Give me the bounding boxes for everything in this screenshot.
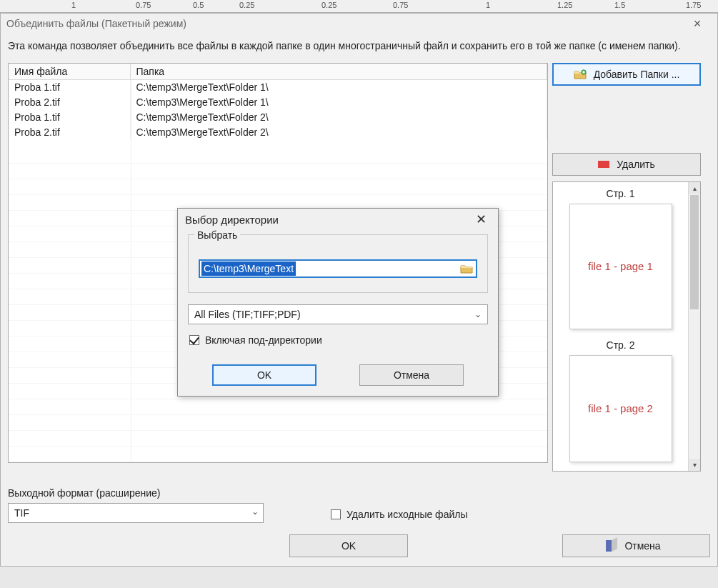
- scroll-down-icon[interactable]: ▾: [689, 459, 700, 471]
- select-fieldset: Выбрать C:\temp3\MergeText: [188, 234, 488, 293]
- main-window: Объединить файлы (Пакетный режим) × Эта …: [0, 13, 718, 567]
- chevron-down-icon: ⌄: [251, 507, 259, 517]
- window-title: Объединить файлы (Пакетный режим): [6, 18, 683, 29]
- titlebar: Объединить файлы (Пакетный режим) ×: [1, 14, 717, 34]
- dialog-title: Выбор директории: [185, 214, 471, 226]
- include-subdirs-checkbox[interactable]: [189, 335, 199, 345]
- column-header-name[interactable]: Имя файла: [9, 64, 130, 80]
- preview-scrollbar[interactable]: ▴ ▾: [688, 182, 700, 471]
- ruler: 1 0.75 0.5 0.25 0.25 0.75 1 1.25 1.5 1.7…: [0, 0, 718, 13]
- delete-source-label: Удалить исходные файлы: [346, 509, 467, 520]
- table-row[interactable]: Proba 2.tif C:\temp3\MergeText\Folder 1\: [9, 94, 547, 109]
- dialog-ok-button[interactable]: OK: [212, 364, 316, 386]
- add-folders-button[interactable]: Добавить Папки ...: [552, 63, 701, 86]
- table-row[interactable]: Proba 2.tif C:\temp3\MergeText\Folder 2\: [9, 124, 547, 139]
- table-row[interactable]: Proba 1.tif C:\temp3\MergeText\Folder 2\: [9, 109, 547, 124]
- include-subdirs-label: Включая под-директории: [205, 334, 322, 346]
- preview-panel: Стр. 1 file 1 - page 1 Стр. 2 file 1 - p…: [552, 181, 701, 472]
- cancel-button[interactable]: Отмена: [562, 534, 710, 557]
- folder-plus-icon: [574, 69, 587, 80]
- ok-button[interactable]: OK: [289, 534, 408, 557]
- directory-path-input[interactable]: C:\temp3\MergeText: [199, 259, 477, 278]
- page-thumbnail[interactable]: file 1 - page 2: [569, 355, 672, 462]
- delete-icon: [598, 161, 609, 168]
- browse-folder-icon[interactable]: [460, 263, 473, 274]
- scroll-up-icon[interactable]: ▴: [689, 182, 700, 194]
- delete-label: Удалить: [617, 159, 654, 170]
- delete-source-checkbox[interactable]: [331, 509, 341, 519]
- fieldset-legend: Выбрать: [194, 229, 240, 241]
- path-value: C:\temp3\MergeText: [201, 261, 296, 276]
- column-header-folder[interactable]: Папка: [130, 64, 547, 80]
- description-text: Эта команда позволяет объединить все фай…: [8, 39, 710, 53]
- scroll-thumb[interactable]: [690, 195, 699, 309]
- file-filter-select[interactable]: All Files (TIF;TIFF;PDF) ⌄: [188, 304, 488, 324]
- dialog-titlebar: Выбор директории ✕: [178, 209, 498, 230]
- directory-dialog: Выбор директории ✕ Выбрать C:\temp3\Merg…: [177, 208, 499, 397]
- table-row[interactable]: Proba 1.tif C:\temp3\MergeText\Folder 1\: [9, 79, 547, 94]
- page-label: Стр. 1: [559, 188, 682, 199]
- chevron-down-icon: ⌄: [474, 309, 482, 319]
- delete-button[interactable]: Удалить: [552, 153, 701, 176]
- close-button[interactable]: ×: [683, 16, 712, 31]
- output-format-select[interactable]: TIF ⌄: [8, 503, 264, 523]
- dialog-close-button[interactable]: ✕: [471, 211, 491, 227]
- page-label: Стр. 2: [559, 339, 682, 351]
- output-format-label: Выходной формат (расширение): [8, 487, 264, 499]
- exit-icon: [606, 540, 617, 552]
- add-folders-label: Добавить Папки ...: [594, 69, 680, 80]
- dialog-cancel-button[interactable]: Отмена: [359, 364, 464, 386]
- page-thumbnail[interactable]: file 1 - page 1: [569, 204, 672, 329]
